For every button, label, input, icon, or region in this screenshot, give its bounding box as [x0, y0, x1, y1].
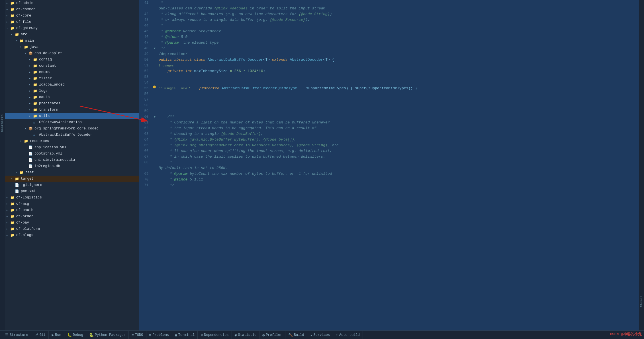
status-item-problems[interactable]: ⊗Problems	[146, 331, 172, 339]
tree-item-ip2region.db[interactable]: 📄ip2region.db	[5, 163, 139, 169]
tree-label: main	[25, 39, 138, 43]
tree-arrow: ▸	[29, 108, 33, 111]
tree-item-src[interactable]: ▾📁src	[5, 31, 139, 38]
tree-label: cf-oauth	[16, 208, 138, 212]
status-item-services[interactable]: ☁Services	[307, 331, 333, 339]
tree-item-main[interactable]: ▾📁main	[5, 38, 139, 44]
tree-arrow: ▸	[6, 215, 10, 218]
status-item-debug[interactable]: 🐛Debug	[64, 331, 86, 339]
tree-item-CfGatewayApplication[interactable]: ☕CfGatewayApplication	[5, 119, 139, 125]
tree-item-cf-logistics[interactable]: ▸📁cf-logistics	[5, 194, 139, 201]
tree-item-config[interactable]: ▸📁config	[5, 56, 139, 63]
status-icon-profiler: ◑	[262, 333, 265, 337]
fold-marker[interactable]: ▼	[154, 46, 156, 51]
code-editor: 41 * Sub-classes can override {@Link #de…	[139, 0, 639, 330]
tree-item-predicates[interactable]: ▸📁predicates	[5, 100, 139, 107]
status-item-structure[interactable]: ☰Structure	[2, 331, 31, 339]
line-number: 45	[139, 29, 152, 34]
tree-item-cf-common[interactable]: ▸📁cf-common	[5, 6, 139, 13]
line-gutter	[152, 86, 158, 88]
tree-item-enums[interactable]: ▸📁enums	[5, 69, 139, 75]
tree-icon: 📁	[15, 177, 20, 181]
tree-label: resources	[30, 139, 138, 143]
line-content: * decoding to a single {@code DataBuffer…	[158, 131, 639, 137]
status-icon-problems: ⊗	[149, 333, 152, 337]
tree-item-cf-order[interactable]: ▸📁cf-order	[5, 213, 139, 220]
tree-item-com.dc.applet[interactable]: ▾📦com.dc.applet	[5, 50, 139, 56]
tree-item-cf-gateway[interactable]: ▾📁cf-gateway	[5, 25, 139, 31]
line-number: 51	[139, 63, 152, 68]
code-line-58: 58	[139, 103, 639, 108]
tree-item-org.springframework.core.codec[interactable]: ▾📦org.springframework.core.codec	[5, 125, 139, 132]
main-container: Bookmarks ▸📁cf-admin▸📁cf-common▸📁cf-core…	[0, 0, 644, 330]
code-line-53: 53	[139, 74, 639, 80]
code-text: * Configure a limit on the number of byt…	[159, 120, 330, 125]
status-item-git[interactable]: ⎇Git	[31, 331, 49, 339]
code-line-50: 50public abstract class AbstractDataBuff…	[139, 57, 639, 63]
code-line-41: 41 * Sub-classes can override {@Link #de…	[139, 0, 639, 11]
code-area[interactable]: 41 * Sub-classes can override {@Link #de…	[139, 0, 639, 330]
status-item-terminal[interactable]: ▣Terminal	[172, 331, 198, 339]
tree-item-AbstractDataBufferDecoder[interactable]: ☕AbstractDataBufferDecoder	[5, 132, 139, 138]
code-line-66: 66 * It can also occur when splitting th…	[139, 148, 639, 154]
status-item-build[interactable]: 🔨Build	[285, 331, 307, 339]
tree-item-pom.xml[interactable]: 📄pom.xml	[5, 188, 139, 194]
status-item-profiler[interactable]: ◑Profiler	[259, 331, 285, 339]
tree-icon: 📁	[33, 83, 38, 87]
tree-item-application.yml[interactable]: 📄application.yml	[5, 144, 139, 151]
tree-icon: 📁	[10, 202, 15, 206]
tree-item-constant[interactable]: ▸📁constant	[5, 63, 139, 69]
tree-item-cf-msg[interactable]: ▸📁cf-msg	[5, 201, 139, 207]
tree-label: transform	[39, 108, 138, 112]
tree-item-bootstrap.yml[interactable]: 📄bootstrap.yml	[5, 151, 139, 157]
code-text: */	[159, 183, 174, 187]
tree-item-cf-plugs[interactable]: ▸📁cf-plugs	[5, 232, 139, 238]
tree-item-cf-pay[interactable]: ▸📁cf-pay	[5, 220, 139, 226]
tree-item-loadbalanced[interactable]: ▸📁loadbalanced	[5, 82, 139, 88]
tree-item-filter[interactable]: ▸📁filter	[5, 75, 139, 82]
code-text: * @since 5.1.11	[159, 177, 203, 182]
tree-arrow: ▸	[6, 14, 10, 17]
tree-item-test[interactable]: ▸📁test	[5, 169, 139, 176]
status-item-run[interactable]: ▶Run	[49, 331, 64, 339]
tree-item-java[interactable]: ▾📁java	[5, 44, 139, 50]
line-gutter: ▼	[152, 46, 158, 51]
line-number: 59	[139, 108, 152, 114]
tree-item-chi_sim.traineddata[interactable]: 📄chi sim.traineddata	[5, 157, 139, 163]
tree-item-cf-core[interactable]: ▸📁cf-core	[5, 13, 139, 19]
status-icon-structure: ☰	[5, 333, 9, 337]
status-item-statistic[interactable]: ◉Statistic	[232, 331, 260, 339]
code-text: * the input stream needs to be aggregate…	[159, 126, 316, 130]
tree-arrow: ▸	[6, 221, 10, 224]
tree-icon: 📁	[10, 196, 15, 200]
tree-label: cf-msg	[16, 202, 138, 206]
tree-item-cf-admin[interactable]: ▸📁cf-admin	[5, 0, 139, 6]
tree-item-.gitignore[interactable]: 📄.gitignore	[5, 182, 139, 188]
tree-item-transform[interactable]: ▸📁transform	[5, 107, 139, 113]
tree-item-oauth[interactable]: ▸📁oauth	[5, 94, 139, 100]
tree-arrow: ▾	[6, 27, 10, 30]
status-item-todo[interactable]: ≡TODO	[129, 331, 146, 339]
tree-item-target[interactable]: ▸📁target	[5, 176, 139, 182]
tree-item-cf-platform[interactable]: ▸📁cf-platform	[5, 226, 139, 232]
line-number: 47	[139, 40, 152, 46]
usage-hint: 3 usages	[159, 64, 174, 67]
status-item-dependencies[interactable]: ⊕Dependencies	[198, 331, 232, 339]
tree-label: logs	[39, 89, 138, 93]
tree-icon: 📁	[19, 170, 24, 175]
tree-item-utils[interactable]: ▸📁utils	[5, 113, 139, 119]
code-text: * By default this is set to 256K.	[159, 160, 639, 171]
tree-item-resources[interactable]: ▾📁resources	[5, 138, 139, 144]
line-content: /**	[158, 114, 639, 120]
jrebel-bar: JRebel	[639, 0, 644, 330]
status-item-python[interactable]: 🐍Python Packages	[86, 331, 129, 339]
tree-label: chi sim.traineddata	[34, 158, 138, 162]
fold-marker[interactable]: ▼	[154, 114, 156, 120]
status-bar: ☰Structure⎇Git▶Run🐛Debug🐍Python Packages…	[0, 330, 644, 339]
tree-item-cf-file[interactable]: ▸📁cf-file	[5, 19, 139, 25]
status-item-auto-build[interactable]: ⚡Auto-build	[333, 331, 363, 339]
tree-item-logs[interactable]: ▸📁logs	[5, 88, 139, 94]
status-label-structure: Structure	[10, 333, 28, 337]
tree-item-cf-oauth[interactable]: ▸📁cf-oauth	[5, 207, 139, 213]
code-text: * decoding to a single {@code DataBuffer…	[159, 132, 263, 136]
